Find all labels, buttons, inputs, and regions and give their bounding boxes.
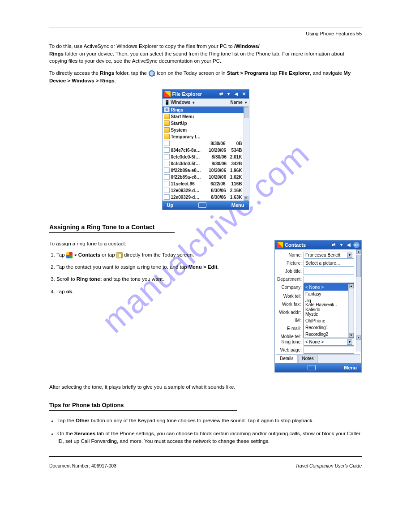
close-icon[interactable]: ✕ [241, 91, 247, 97]
file-row[interactable]: Start Menu [163, 113, 244, 120]
contacts-titlebar: Contacts ⇄ ▾ ◀ ok [275, 240, 361, 249]
page-header: Using Phone Features 55 [49, 31, 362, 36]
file-row[interactable]: 8/30/060B [163, 140, 244, 147]
file-date: 10/20/06 [202, 148, 226, 153]
dropdown-option[interactable]: Fantasy [304, 291, 348, 297]
field-jobtitle[interactable]: Job title: [276, 267, 360, 275]
file-size: 1.96K [227, 168, 242, 173]
keyboard-icon[interactable] [198, 202, 206, 208]
start-icon [66, 252, 73, 258]
windows-logo-icon [164, 91, 171, 97]
field-ringtone[interactable]: Ring tone: < None >▼ [276, 338, 360, 346]
field-picture[interactable]: Picture: Select a picture... [276, 259, 360, 267]
windows-logo-icon [277, 242, 283, 248]
dropdown-option[interactable]: Kate Havnevik - Kaleido [304, 304, 348, 311]
tabstrip: Details Notes [276, 354, 360, 363]
file-row[interactable]: 034e7cf6-8a3...10/20/06534B [163, 147, 244, 154]
connectivity-icon[interactable]: ⇄ [330, 242, 337, 248]
file-name: 12e09329-dd... [171, 188, 201, 193]
section-title: Assigning a Ring Tone to a Contact [49, 223, 362, 231]
dropdown-option[interactable]: Recording1 [304, 324, 348, 331]
field-name[interactable]: Name: Francesca Benett▼ [276, 251, 360, 259]
step-item: Tap ok. [56, 288, 266, 296]
tips-item: On the Services tab of the Phone setting… [57, 430, 362, 446]
field-department[interactable]: Department: [276, 275, 360, 283]
folder-icon [164, 127, 170, 133]
file-name: 11select.96 [171, 181, 199, 186]
connectivity-icon[interactable]: ⇄ [218, 91, 224, 97]
scroll-up-icon[interactable]: ▲ [356, 249, 361, 254]
contacts-screenshot: Contacts ⇄ ▾ ◀ ok ▲ ▼ Name: Francesca Be… [274, 240, 362, 373]
field-webpage[interactable]: Web page: [276, 346, 360, 354]
tips-list: Tap the Other button on any of the Keypa… [49, 417, 362, 446]
scroll-up-icon[interactable]: ▲ [349, 284, 354, 288]
file-size: 534B [227, 148, 242, 153]
sort-dropdown[interactable]: Name ▾ [230, 100, 247, 105]
label-email: E-mail: [275, 326, 303, 331]
file-size: 2.01K [228, 154, 242, 159]
file-row[interactable]: 0cfc3dc0-5fbc...8/30/062.01K [163, 154, 244, 160]
file-row[interactable]: 0f22b89a-e84...10/20/061.02K [163, 174, 244, 180]
file-row[interactable]: StartUp [163, 120, 244, 127]
signal-icon[interactable]: ▾ [226, 91, 232, 97]
signal-icon[interactable]: ▾ [338, 242, 344, 248]
file-row[interactable]: 12e09329-dd...8/30/062.16K [163, 187, 244, 194]
page-footer: Document Number: 406917-003 Travel Compa… [49, 463, 362, 468]
volume-icon[interactable]: ◀ [346, 242, 352, 248]
step-item: Tap > Contacts or tap directly from the … [56, 251, 266, 259]
file-row[interactable]: 12e09329-dd...8/30/061.63K [163, 194, 244, 201]
scroll-down-icon[interactable]: ▼ [244, 196, 248, 201]
tab-notes[interactable]: Notes [298, 355, 318, 363]
file-size: 116B [227, 181, 242, 186]
tab-details[interactable]: Details [276, 355, 298, 363]
file-name: 0cfc3dc0-5fbc... [171, 154, 202, 159]
file-size: 1.63K [227, 195, 242, 200]
ok-button[interactable]: ok [353, 242, 360, 248]
menu-button[interactable]: Menu [344, 365, 357, 370]
file-size: 0B [227, 141, 242, 146]
up-button[interactable]: Up [167, 202, 174, 208]
scroll-thumb[interactable] [244, 107, 248, 118]
scroll-down-icon[interactable]: ▼ [349, 333, 354, 338]
file-icon [164, 174, 170, 180]
contacts-footer: Menu [275, 363, 361, 372]
file-icon [164, 161, 170, 166]
file-row[interactable]: 0cfc3dc0-5fbc...8/30/06342B [163, 160, 244, 167]
menu-button[interactable]: Menu [231, 202, 244, 208]
step-item: Tap the contact you want to assign a rin… [56, 263, 266, 271]
folder-icon [164, 120, 170, 126]
dropdown-option[interactable]: OldPhone [304, 317, 348, 324]
gear-icon [164, 107, 170, 112]
location-dropdown[interactable]: 📱 Windows ▾ [164, 100, 195, 105]
file-size: 342B [228, 161, 242, 166]
file-date: 8/30/06 [203, 154, 227, 159]
ringtone-dropdown-list[interactable]: ▲▼ < None >FantasyJigKate Havnevik - Kal… [304, 283, 354, 338]
file-row[interactable]: Temporary In... [163, 133, 244, 140]
contacts-scrollbar[interactable]: ▲ ▼ [356, 249, 361, 352]
dropdown-option[interactable]: Recording2 [304, 331, 348, 338]
contacts-icon [116, 252, 123, 258]
dropdown-option[interactable]: < None > [304, 284, 348, 291]
file-row[interactable]: 11select.966/22/06116B [163, 180, 244, 187]
file-date: 8/30/06 [202, 195, 226, 200]
file-name: 12e09329-dd... [171, 195, 201, 200]
rule-bottom [49, 456, 362, 457]
file-name: 0f22b89a-e84... [171, 175, 201, 180]
scroll-thumb[interactable] [356, 255, 361, 277]
file-icon [164, 141, 170, 146]
volume-icon[interactable]: ◀ [233, 91, 240, 97]
keyboard-icon[interactable] [308, 365, 316, 370]
file-name: StartUp [171, 121, 199, 126]
label-workaddr: Work addr: [275, 310, 303, 315]
rule-top [49, 27, 362, 27]
file-row[interactable]: System [163, 127, 244, 133]
file-row[interactable]: 0f22b89a-e84...10/20/061.96K [163, 167, 244, 174]
file-name: 0cfc3dc0-5fbc... [171, 161, 202, 166]
fe-scrollbar[interactable]: ▲ ▼ [244, 107, 249, 201]
folder-icon [164, 114, 170, 119]
intro-text: To do this, use ActiveSync or Windows Ex… [49, 43, 362, 85]
file-explorer-screenshot: File Explorer ⇄ ▾ ◀ ✕ 📱 Windows ▾ Name ▾… [162, 89, 249, 210]
scroll-down-icon[interactable]: ▼ [356, 335, 361, 340]
file-date: 6/22/06 [201, 181, 226, 186]
file-row[interactable]: Rings [163, 107, 244, 113]
